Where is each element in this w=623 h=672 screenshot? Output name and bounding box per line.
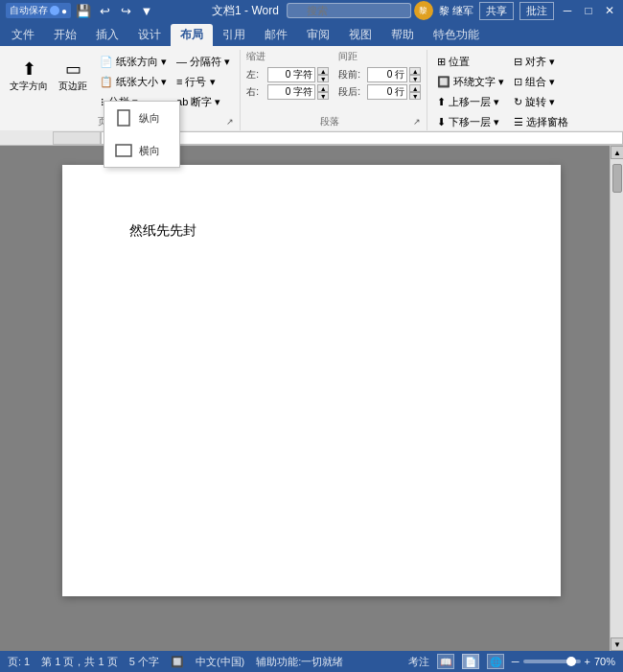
- title-bar-center: 文档1 - Word: [212, 3, 411, 19]
- page-text[interactable]: 然纸先先封: [129, 223, 196, 238]
- spacing-after-up[interactable]: ▲: [409, 84, 421, 92]
- hyphenation-label: 断字 ▾: [191, 95, 220, 109]
- hyphenation-button[interactable]: ab 断字 ▾: [173, 92, 234, 111]
- tab-insert[interactable]: 插入: [86, 24, 128, 46]
- align-icon: ⊟: [514, 56, 522, 68]
- margins-label: 页边距: [58, 80, 87, 93]
- word-count[interactable]: 5 个字: [129, 655, 159, 669]
- undo-button[interactable]: ↩: [96, 2, 113, 19]
- tab-help[interactable]: 帮助: [381, 24, 424, 46]
- landscape-label: 横向: [139, 144, 160, 158]
- page-number[interactable]: 页: 1: [8, 655, 30, 669]
- tab-layout[interactable]: 布局: [171, 24, 213, 46]
- page-content[interactable]: 然纸先先封: [129, 222, 503, 240]
- total-pages[interactable]: 第 1 页，共 1 页: [41, 655, 117, 669]
- indent-right-row: 右: ▲ ▼: [246, 84, 329, 100]
- comment-button[interactable]: 批注: [519, 2, 554, 20]
- paper-direction-button[interactable]: 📄 纸张方向 ▾: [96, 52, 171, 71]
- indent-right-input[interactable]: [267, 84, 315, 100]
- spacing-before-input[interactable]: [367, 67, 407, 82]
- portrait-option[interactable]: 纵向: [104, 102, 179, 134]
- scroll-down-button[interactable]: ▼: [611, 637, 623, 651]
- arrange-group-content: ⊞ 位置 🔲 环绕文字 ▾ ⬆ 上移一层 ▾ ⬇ 下移一层 ▾ ⊟: [433, 50, 572, 131]
- line-numbers-button[interactable]: ≡ 行号 ▾: [173, 72, 234, 91]
- breaks-icon: —: [176, 56, 187, 67]
- close-button[interactable]: ✕: [602, 3, 617, 18]
- view-icon[interactable]: 🔲: [171, 656, 184, 668]
- align-button[interactable]: ⊟ 对齐 ▾: [510, 52, 572, 71]
- accessibility[interactable]: 辅助功能:一切就绪: [256, 655, 343, 669]
- spacing-after-label: 段后:: [338, 85, 365, 99]
- tab-mailings[interactable]: 邮件: [255, 24, 297, 46]
- indent-spacing-expand[interactable]: ↗: [413, 117, 421, 127]
- spacing-before-down[interactable]: ▼: [409, 75, 421, 82]
- page-setup-expand[interactable]: ↗: [226, 117, 234, 127]
- margins-button[interactable]: ▭ 页边距: [52, 50, 94, 104]
- share-button[interactable]: 共享: [479, 2, 514, 20]
- position-button[interactable]: ⊞ 位置: [433, 52, 508, 71]
- autosave-toggle[interactable]: 自动保存 ●: [6, 3, 71, 18]
- spacing-after-down[interactable]: ▼: [409, 92, 421, 100]
- text-direction-button[interactable]: ⬆ 文字方向: [8, 50, 50, 104]
- margins-icon: ▭: [65, 60, 81, 78]
- move-back-button[interactable]: ⬇ 下移一层 ▾: [433, 112, 508, 131]
- zoom-level[interactable]: 70%: [594, 656, 615, 667]
- indent-right-label: 右:: [246, 85, 265, 99]
- spacing-before-label: 段前:: [338, 68, 365, 81]
- wrap-text-button[interactable]: 🔲 环绕文字 ▾: [433, 72, 508, 91]
- spacing-after-input[interactable]: [367, 84, 407, 100]
- indent-left-input[interactable]: [267, 67, 315, 82]
- paper-direction-label: 纸张方向 ▾: [116, 55, 167, 69]
- tab-review[interactable]: 审阅: [297, 24, 339, 46]
- ruler-area: [0, 130, 623, 146]
- tab-view[interactable]: 视图: [339, 24, 381, 46]
- indent-spacing-group-label: 段落: [246, 113, 413, 130]
- focus-mode[interactable]: 考注: [408, 655, 429, 669]
- zoom-thumb[interactable]: [566, 657, 576, 666]
- indent-left-down[interactable]: ▼: [317, 75, 329, 82]
- spacing-before-spin: ▲ ▼: [409, 67, 421, 82]
- tab-home[interactable]: 开始: [44, 24, 86, 46]
- landscape-icon: [114, 139, 133, 162]
- language[interactable]: 中文(中国): [196, 655, 244, 669]
- scroll-up-button[interactable]: ▲: [611, 146, 623, 159]
- indent-left-up[interactable]: ▲: [317, 67, 329, 75]
- save-button[interactable]: 💾: [75, 2, 92, 19]
- spacing-before-up[interactable]: ▲: [409, 67, 421, 75]
- indent-right-up[interactable]: ▲: [317, 84, 329, 92]
- search-input[interactable]: [287, 3, 411, 18]
- tab-file[interactable]: 文件: [2, 24, 44, 46]
- align-label: 对齐 ▾: [525, 55, 555, 69]
- maximize-button[interactable]: □: [581, 3, 596, 18]
- rotate-button[interactable]: ↻ 旋转 ▾: [510, 92, 572, 111]
- group-button[interactable]: ⊡ 组合 ▾: [510, 72, 572, 91]
- tab-special[interactable]: 特色功能: [424, 24, 489, 46]
- scroll-thumb[interactable]: [612, 164, 622, 193]
- rotate-label: 旋转 ▾: [525, 95, 555, 109]
- spacing-after-row: 段后: ▲ ▼: [338, 84, 421, 100]
- breaks-button[interactable]: — 分隔符 ▾: [173, 52, 234, 71]
- select-pane-button[interactable]: ☰ 选择窗格: [510, 112, 572, 131]
- arrange-group: ⊞ 位置 🔲 环绕文字 ▾ ⬆ 上移一层 ▾ ⬇ 下移一层 ▾ ⊟: [427, 50, 578, 130]
- move-forward-button[interactable]: ⬆ 上移一层 ▾: [433, 92, 508, 111]
- arrange-col1: ⊞ 位置 🔲 环绕文字 ▾ ⬆ 上移一层 ▾ ⬇ 下移一层 ▾: [433, 52, 508, 131]
- spacing-before-row: 段前: ▲ ▼: [338, 67, 421, 82]
- tab-design[interactable]: 设计: [128, 24, 171, 46]
- zoom-slider[interactable]: [523, 660, 581, 663]
- web-layout-button[interactable]: 🌐: [487, 654, 504, 669]
- toggle-indicator: [50, 6, 59, 15]
- landscape-option[interactable]: 横向: [104, 134, 179, 167]
- tab-references[interactable]: 引用: [213, 24, 255, 46]
- paper-size-button[interactable]: 📋 纸张大小 ▾: [96, 72, 171, 91]
- indent-right-down[interactable]: ▼: [317, 92, 329, 100]
- portrait-label: 纵向: [139, 111, 160, 126]
- zoom-minus[interactable]: ─: [512, 656, 519, 667]
- redo-button[interactable]: ↪: [117, 2, 134, 19]
- minimize-button[interactable]: ─: [560, 3, 575, 18]
- read-mode-button[interactable]: 📖: [437, 654, 454, 669]
- more-button[interactable]: ▼: [138, 2, 155, 19]
- zoom-plus[interactable]: +: [585, 656, 590, 667]
- status-right: 考注 📖 📄 🌐 ─ + 70%: [408, 654, 615, 669]
- paper-direction-popup: 纵向 横向: [104, 101, 180, 168]
- print-layout-button[interactable]: 📄: [462, 654, 479, 669]
